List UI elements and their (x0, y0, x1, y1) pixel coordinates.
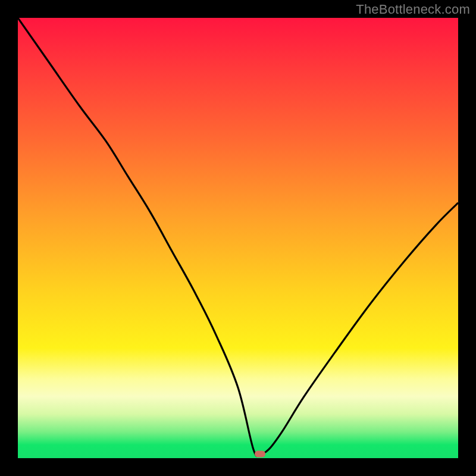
watermark-text: TheBottleneck.com (356, 2, 470, 17)
outer-frame: TheBottleneck.com (0, 0, 476, 476)
bottleneck-curve (18, 18, 458, 456)
optimum-marker (255, 450, 265, 457)
plot-area (18, 18, 458, 458)
curve-svg (18, 18, 458, 458)
